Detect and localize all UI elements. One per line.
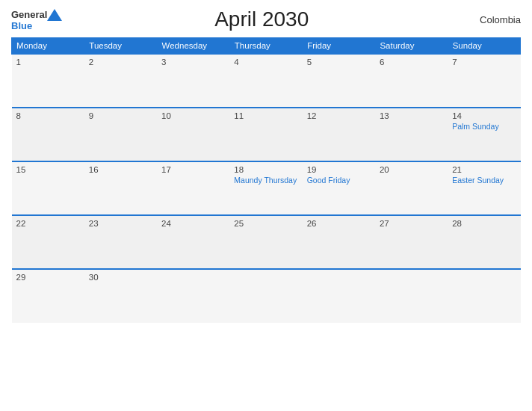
day-number: 18 [234, 165, 297, 174]
day-number: 9 [89, 111, 152, 120]
calendar-cell: 5 [303, 54, 375, 108]
calendar-cell: 7 [448, 54, 520, 108]
header-friday: Friday [303, 38, 375, 55]
day-number: 10 [161, 111, 225, 120]
calendar-cell: 4 [229, 54, 302, 108]
header-thursday: Thursday [229, 38, 302, 55]
calendar-week-row: 22232425262728 [12, 215, 521, 269]
header: General Blue April 2030 Colombia [11, 7, 521, 31]
holiday-name: Palm Sunday [452, 122, 516, 132]
calendar-cell: 22 [12, 215, 84, 269]
calendar-cell [157, 269, 229, 323]
calendar-cell: 14Palm Sunday [448, 108, 520, 161]
day-number: 24 [161, 219, 225, 228]
header-saturday: Saturday [375, 38, 448, 55]
country-label: Colombia [461, 14, 521, 25]
calendar-week-row: 891011121314Palm Sunday [12, 108, 521, 161]
calendar-cell: 11 [229, 108, 302, 161]
day-number: 11 [234, 111, 297, 120]
calendar-cell: 28 [448, 215, 520, 269]
calendar-cell [303, 269, 375, 323]
calendar-cell: 30 [84, 269, 157, 323]
calendar-cell [229, 269, 302, 323]
header-sunday: Sunday [448, 38, 520, 55]
day-number: 8 [16, 111, 80, 120]
calendar-week-row: 15161718Maundy Thursday19Good Friday2021… [12, 161, 521, 215]
calendar-cell: 18Maundy Thursday [229, 161, 302, 215]
calendar-page: General Blue April 2030 Colombia Monday … [0, 0, 532, 411]
logo: General Blue [11, 9, 62, 31]
day-number: 7 [452, 58, 516, 67]
day-number: 23 [89, 219, 152, 228]
calendar-cell: 10 [157, 108, 229, 161]
calendar-cell: 23 [84, 215, 157, 269]
weekday-header-row: Monday Tuesday Wednesday Thursday Friday… [12, 38, 521, 55]
day-number: 22 [16, 219, 80, 228]
day-number: 17 [161, 165, 225, 174]
holiday-name: Maundy Thursday [234, 176, 297, 186]
day-number: 28 [452, 219, 516, 228]
calendar-cell: 2 [84, 54, 157, 108]
day-number: 15 [16, 165, 80, 174]
day-number: 16 [89, 165, 152, 174]
calendar-week-row: 1234567 [12, 54, 521, 108]
day-number: 3 [161, 58, 225, 67]
logo-flag-icon [47, 9, 62, 21]
calendar-cell: 15 [12, 161, 84, 215]
calendar-cell: 29 [12, 269, 84, 323]
day-number: 29 [16, 273, 80, 282]
day-number: 6 [380, 58, 443, 67]
calendar-cell: 25 [229, 215, 302, 269]
header-monday: Monday [12, 38, 84, 55]
day-number: 19 [307, 165, 371, 174]
holiday-name: Easter Sunday [452, 176, 516, 186]
calendar-cell: 12 [303, 108, 375, 161]
holiday-name: Good Friday [307, 176, 371, 186]
calendar-cell: 24 [157, 215, 229, 269]
calendar-cell: 6 [375, 54, 448, 108]
day-number: 4 [234, 58, 297, 67]
day-number: 25 [234, 219, 297, 228]
calendar-cell: 3 [157, 54, 229, 108]
day-number: 5 [307, 58, 371, 67]
calendar-title: April 2030 [62, 7, 461, 31]
day-number: 13 [380, 111, 443, 120]
header-wednesday: Wednesday [157, 38, 229, 55]
calendar-cell: 21Easter Sunday [448, 161, 520, 215]
day-number: 21 [452, 165, 516, 174]
logo-general-text: General [11, 10, 47, 19]
calendar-cell: 27 [375, 215, 448, 269]
calendar-cell: 16 [84, 161, 157, 215]
day-number: 12 [307, 111, 371, 120]
day-number: 26 [307, 219, 371, 228]
calendar-cell: 20 [375, 161, 448, 215]
svg-marker-0 [47, 9, 62, 21]
day-number: 30 [89, 273, 152, 282]
calendar-cell: 13 [375, 108, 448, 161]
day-number: 2 [89, 58, 152, 67]
header-tuesday: Tuesday [84, 38, 157, 55]
day-number: 20 [380, 165, 443, 174]
calendar-cell: 1 [12, 54, 84, 108]
day-number: 1 [16, 58, 80, 67]
calendar-cell: 8 [12, 108, 84, 161]
day-number: 14 [452, 111, 516, 120]
calendar-cell [448, 269, 520, 323]
day-number: 27 [380, 219, 443, 228]
calendar-cell: 26 [303, 215, 375, 269]
calendar-cell: 17 [157, 161, 229, 215]
calendar-cell: 19Good Friday [303, 161, 375, 215]
calendar-cell: 9 [84, 108, 157, 161]
calendar-table: Monday Tuesday Wednesday Thursday Friday… [11, 37, 521, 323]
calendar-cell [375, 269, 448, 323]
calendar-week-row: 2930 [12, 269, 521, 323]
logo-blue-text: Blue [11, 21, 62, 31]
